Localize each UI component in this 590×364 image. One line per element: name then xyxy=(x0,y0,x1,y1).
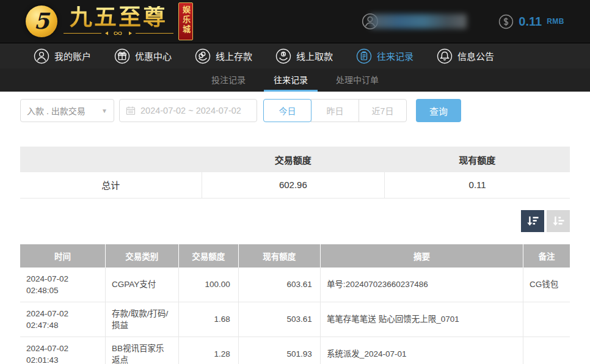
gift-icon xyxy=(114,48,130,64)
transactions-table: 时间 交易类别 交易额度 现有额度 摘要 备注 2024-07-02 02:48… xyxy=(20,244,570,364)
sort-controls xyxy=(20,210,570,232)
top-header: 5 九五至尊 娱乐城 0.11 RMB xyxy=(0,0,590,43)
yesterday-button[interactable]: 昨日 xyxy=(311,99,359,122)
balance-display[interactable]: 0.11 RMB xyxy=(498,14,564,29)
summary-header-row: 交易额度 现有额度 xyxy=(20,147,570,172)
summary-table: 交易额度 现有额度 总计 602.96 0.11 xyxy=(20,147,570,198)
col-balance: 现有额度 xyxy=(238,244,320,268)
summary-total-balance: 0.11 xyxy=(385,172,570,198)
nav-item-deposit[interactable]: 线上存款 xyxy=(195,48,252,64)
col-type: 交易类别 xyxy=(106,244,179,268)
col-note: 备注 xyxy=(523,244,570,268)
username-redacted xyxy=(370,14,467,29)
site-logo[interactable]: 5 九五至尊 娱乐城 xyxy=(26,2,193,40)
tab-bet-records[interactable]: 投注记录 xyxy=(202,68,255,92)
nav-item-transactions[interactable]: 往来记录 xyxy=(356,48,413,64)
logo-badge: 娱乐城 xyxy=(178,2,193,40)
search-button[interactable]: 查询 xyxy=(416,99,461,122)
table-row: 2024-07-02 02:01:43 BB视讯百家乐返点 1.28 501.9… xyxy=(20,337,570,364)
table-row: 2024-07-02 02:48:05 CGPAY支付 100.00 603.6… xyxy=(20,268,570,302)
nav-item-announcements[interactable]: 信息公告 xyxy=(437,48,494,64)
sort-descending-button[interactable] xyxy=(521,210,544,232)
records-icon xyxy=(356,48,372,64)
sort-ascending-button[interactable] xyxy=(547,210,570,232)
username-chip[interactable] xyxy=(362,13,467,30)
quick-date-group: 今日 昨日 近7日 xyxy=(263,99,407,122)
summary-total-row: 总计 602.96 0.11 xyxy=(20,172,570,198)
record-tabs: 投注记录 往来记录 处理中订单 xyxy=(0,68,590,92)
transaction-type-select[interactable]: 入款 . 出款交易 ▼ xyxy=(20,99,114,122)
sort-desc-icon xyxy=(525,214,540,228)
sort-asc-icon xyxy=(551,214,566,228)
nav-item-promotions[interactable]: 优惠中心 xyxy=(114,48,172,64)
summary-col-trade: 交易额度 xyxy=(202,147,385,172)
logo-symbol: 5 xyxy=(34,8,49,34)
tab-transaction-records[interactable]: 往来记录 xyxy=(264,68,318,92)
withdraw-icon xyxy=(275,48,291,64)
col-amount: 交易额度 xyxy=(178,244,238,268)
col-time: 时间 xyxy=(20,244,106,268)
balance-currency: RMB xyxy=(547,17,564,26)
date-range-input[interactable]: 2024-07-02 ~ 2024-07-02 xyxy=(119,99,257,122)
site-title: 九五至尊 xyxy=(70,6,167,29)
main-nav: 我的账户 优惠中心 线上存款 线上取款 往来记录 xyxy=(0,43,590,68)
last7days-button[interactable]: 近7日 xyxy=(359,99,407,122)
filter-bar: 入款 . 出款交易 ▼ 2024-07-02 ~ 2024-07-02 今日 昨… xyxy=(20,99,570,122)
summary-col-current: 现有额度 xyxy=(385,147,570,172)
tab-pending-orders[interactable]: 处理中订单 xyxy=(326,68,388,92)
deposit-icon xyxy=(195,48,211,64)
bell-icon xyxy=(437,48,453,64)
user-icon xyxy=(34,48,49,64)
balance-amount: 0.11 xyxy=(519,15,542,29)
summary-total-trade: 602.96 xyxy=(202,172,385,198)
today-button[interactable]: 今日 xyxy=(263,99,311,122)
nav-item-withdraw[interactable]: 线上取款 xyxy=(275,48,333,64)
summary-total-label: 总计 xyxy=(20,172,202,198)
nav-item-my-account[interactable]: 我的账户 xyxy=(34,48,91,64)
page-content: 入款 . 出款交易 ▼ 2024-07-02 ~ 2024-07-02 今日 昨… xyxy=(0,99,590,364)
col-summary: 摘要 xyxy=(320,244,523,268)
logo-flourish-icon xyxy=(64,30,173,37)
chevron-down-icon: ▼ xyxy=(101,107,107,114)
table-header-row: 时间 交易类别 交易额度 现有额度 摘要 备注 xyxy=(20,244,570,268)
logo-coin-icon: 5 xyxy=(26,5,57,37)
table-row: 2024-07-02 02:47:48 存款/取款/打码/损益 1.68 503… xyxy=(20,302,570,337)
calendar-icon xyxy=(126,106,136,115)
dollar-coin-icon xyxy=(498,14,514,29)
